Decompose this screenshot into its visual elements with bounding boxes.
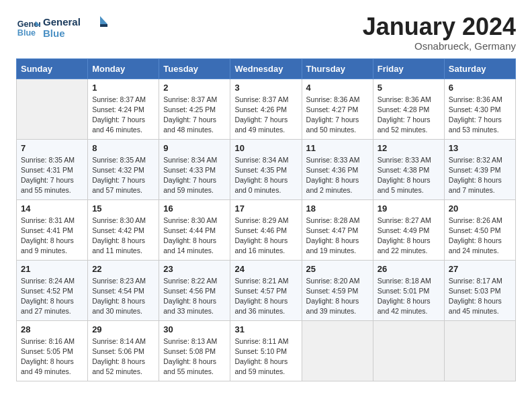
sunset-label: Sunset: 5:06 PM (92, 347, 144, 355)
calendar-week-row: 14 Sunrise: 8:31 AM Sunset: 4:41 PM Dayl… (17, 199, 516, 260)
daylight-label: Daylight: 8 hours and 55 minutes. (163, 357, 216, 375)
sunrise-label: Sunrise: 8:33 AM (306, 156, 360, 164)
calendar-cell: 21 Sunrise: 8:24 AM Sunset: 4:52 PM Dayl… (17, 260, 88, 320)
calendar-cell: 23 Sunrise: 8:22 AM Sunset: 4:56 PM Dayl… (159, 260, 230, 320)
daylight-label: Daylight: 8 hours and 36 minutes. (234, 297, 287, 315)
daylight-label: Daylight: 8 hours and 2 minutes. (306, 176, 359, 194)
day-number: 8 (92, 143, 154, 153)
sunset-label: Sunset: 4:47 PM (306, 226, 359, 234)
sunset-label: Sunset: 4:32 PM (92, 166, 144, 174)
daylight-label: Daylight: 7 hours and 48 minutes. (163, 116, 216, 134)
day-number: 30 (163, 324, 226, 334)
day-number: 14 (21, 203, 83, 214)
weekday-header-saturday: Saturday (444, 58, 515, 79)
day-number: 29 (92, 324, 154, 334)
calendar-cell: 15 Sunrise: 8:30 AM Sunset: 4:42 PM Dayl… (88, 199, 159, 260)
daylight-label: Daylight: 7 hours and 53 minutes. (449, 116, 502, 134)
calendar-cell: 2 Sunrise: 8:37 AM Sunset: 4:25 PM Dayli… (159, 79, 230, 139)
location: Osnabrueck, Germany (363, 40, 516, 52)
day-info: Sunrise: 8:28 AM Sunset: 4:47 PM Dayligh… (306, 216, 369, 257)
sunrise-label: Sunrise: 8:17 AM (449, 277, 502, 285)
sunset-label: Sunset: 4:59 PM (306, 287, 359, 295)
day-info: Sunrise: 8:11 AM Sunset: 5:10 PM Dayligh… (234, 336, 297, 377)
calendar-cell: 7 Sunrise: 8:35 AM Sunset: 4:31 PM Dayli… (17, 139, 88, 199)
day-number: 25 (306, 264, 369, 274)
sunset-label: Sunset: 4:56 PM (163, 287, 216, 295)
calendar-cell: 30 Sunrise: 8:13 AM Sunset: 5:08 PM Dayl… (159, 320, 230, 381)
daylight-label: Daylight: 8 hours and 7 minutes. (449, 176, 502, 194)
sunset-label: Sunset: 4:33 PM (163, 166, 216, 174)
daylight-label: Daylight: 7 hours and 59 minutes. (163, 176, 216, 194)
sunset-label: Sunset: 4:35 PM (234, 166, 287, 174)
daylight-label: Daylight: 8 hours and 22 minutes. (378, 236, 431, 255)
sunset-label: Sunset: 5:03 PM (449, 287, 501, 295)
day-info: Sunrise: 8:36 AM Sunset: 4:28 PM Dayligh… (378, 95, 440, 136)
logo: General Blue General Blue General Blue (16, 13, 110, 43)
sunrise-label: Sunrise: 8:36 AM (449, 95, 502, 103)
sunset-label: Sunset: 4:39 PM (449, 166, 501, 174)
sunrise-label: Sunrise: 8:31 AM (21, 216, 75, 224)
day-info: Sunrise: 8:35 AM Sunset: 4:32 PM Dayligh… (92, 155, 154, 196)
daylight-label: Daylight: 8 hours and 42 minutes. (378, 297, 431, 315)
svg-text:Blue: Blue (17, 28, 36, 38)
sunrise-label: Sunrise: 8:37 AM (234, 95, 288, 103)
sunset-label: Sunset: 4:24 PM (92, 105, 144, 113)
sunset-label: Sunset: 4:46 PM (234, 226, 287, 234)
day-number: 10 (234, 143, 297, 153)
sunrise-label: Sunrise: 8:32 AM (449, 156, 502, 164)
calendar-week-row: 1 Sunrise: 8:37 AM Sunset: 4:24 PM Dayli… (17, 79, 516, 139)
sunset-label: Sunset: 4:27 PM (306, 105, 359, 113)
day-number: 18 (306, 203, 369, 214)
svg-text:General: General (43, 16, 81, 28)
sunset-label: Sunset: 5:05 PM (21, 347, 73, 355)
sunrise-label: Sunrise: 8:11 AM (234, 337, 288, 345)
sunrise-label: Sunrise: 8:21 AM (234, 277, 288, 285)
daylight-label: Daylight: 7 hours and 50 minutes. (306, 116, 359, 134)
calendar-table: SundayMondayTuesdayWednesdayThursdayFrid… (16, 58, 516, 381)
sunset-label: Sunset: 4:38 PM (378, 166, 430, 174)
daylight-label: Daylight: 8 hours and 11 minutes. (92, 236, 145, 255)
sunrise-label: Sunrise: 8:34 AM (234, 156, 288, 164)
day-info: Sunrise: 8:31 AM Sunset: 4:41 PM Dayligh… (21, 216, 83, 257)
day-number: 22 (92, 264, 154, 274)
daylight-label: Daylight: 8 hours and 5 minutes. (378, 176, 431, 194)
sunset-label: Sunset: 4:28 PM (378, 105, 430, 113)
day-info: Sunrise: 8:13 AM Sunset: 5:08 PM Dayligh… (163, 336, 226, 377)
calendar-cell: 1 Sunrise: 8:37 AM Sunset: 4:24 PM Dayli… (88, 79, 159, 139)
day-number: 9 (163, 143, 226, 153)
weekday-header-friday: Friday (373, 58, 444, 79)
day-number: 1 (92, 83, 154, 93)
sunrise-label: Sunrise: 8:20 AM (306, 277, 360, 285)
daylight-label: Daylight: 8 hours and 14 minutes. (163, 236, 216, 255)
sunrise-label: Sunrise: 8:26 AM (449, 216, 502, 224)
sunrise-label: Sunrise: 8:28 AM (306, 216, 360, 224)
calendar-cell (444, 320, 515, 381)
day-info: Sunrise: 8:34 AM Sunset: 4:33 PM Dayligh… (163, 155, 226, 196)
day-info: Sunrise: 8:30 AM Sunset: 4:42 PM Dayligh… (92, 216, 154, 257)
sunset-label: Sunset: 4:26 PM (234, 105, 287, 113)
sunset-label: Sunset: 4:44 PM (163, 226, 216, 234)
sunrise-label: Sunrise: 8:37 AM (92, 95, 146, 103)
calendar-cell: 9 Sunrise: 8:34 AM Sunset: 4:33 PM Dayli… (159, 139, 230, 199)
daylight-label: Daylight: 7 hours and 46 minutes. (92, 116, 145, 134)
calendar-cell (17, 79, 88, 139)
month-title: January 2024 (363, 13, 516, 40)
weekday-header-thursday: Thursday (302, 58, 373, 79)
calendar-cell: 8 Sunrise: 8:35 AM Sunset: 4:32 PM Dayli… (88, 139, 159, 199)
calendar-cell: 29 Sunrise: 8:14 AM Sunset: 5:06 PM Dayl… (88, 320, 159, 381)
day-number: 5 (378, 83, 440, 93)
day-info: Sunrise: 8:14 AM Sunset: 5:06 PM Dayligh… (92, 336, 154, 377)
daylight-label: Daylight: 8 hours and 59 minutes. (234, 357, 287, 375)
calendar-cell: 16 Sunrise: 8:30 AM Sunset: 4:44 PM Dayl… (159, 199, 230, 260)
daylight-label: Daylight: 8 hours and 39 minutes. (306, 297, 359, 315)
sunset-label: Sunset: 4:57 PM (234, 287, 287, 295)
daylight-label: Daylight: 8 hours and 24 minutes. (449, 236, 502, 255)
calendar-week-row: 21 Sunrise: 8:24 AM Sunset: 4:52 PM Dayl… (17, 260, 516, 320)
day-number: 28 (21, 324, 83, 334)
calendar-cell: 20 Sunrise: 8:26 AM Sunset: 4:50 PM Dayl… (444, 199, 515, 260)
calendar-cell: 24 Sunrise: 8:21 AM Sunset: 4:57 PM Dayl… (230, 260, 302, 320)
sunset-label: Sunset: 4:41 PM (21, 226, 73, 234)
day-number: 20 (449, 203, 511, 214)
day-info: Sunrise: 8:20 AM Sunset: 4:59 PM Dayligh… (306, 276, 369, 317)
sunrise-label: Sunrise: 8:29 AM (234, 216, 288, 224)
